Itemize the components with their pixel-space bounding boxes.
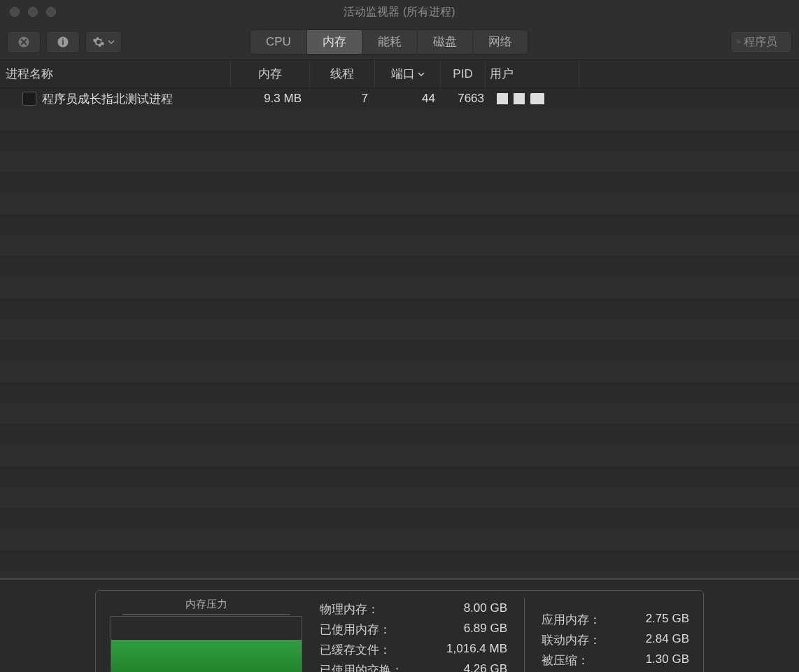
table-row [0,466,799,487]
search-field[interactable] [730,31,792,53]
svg-point-5 [737,40,740,43]
table-row [0,382,799,403]
process-ports: 44 [375,92,441,106]
table-row [0,361,799,382]
table-row [0,214,799,235]
graph-fill [111,641,302,672]
table-row [0,256,799,277]
table-row [0,277,799,298]
stat-label: 已缓存文件： [320,642,391,658]
stat-row: 已缓存文件： 1,016.4 MB [320,642,507,658]
redacted-box [497,93,508,104]
redacted-box [530,93,544,104]
titlebar: 活动监视器 (所有进程) [0,0,799,24]
tab-cpu[interactable]: CPU [250,30,307,54]
chevron-down-icon [108,38,115,46]
chevron-down-icon [418,71,425,78]
stat-label: 物理内存： [320,601,379,617]
memory-pressure-title: 内存压力 [185,598,227,611]
toolbar: i CPU 内存 能耗 磁盘 网络 [0,24,799,60]
tab-disk[interactable]: 磁盘 [418,30,473,54]
memory-stats-left: 物理内存： 8.00 GB 已使用内存： 6.89 GB 已缓存文件： 1,01… [320,598,507,672]
stat-value: 2.84 GB [646,632,689,648]
memory-summary-panel: 内存压力 物理内存： 8.00 GB 已使用内存： 6.89 GB 已缓存文件：… [0,578,799,672]
divider [122,614,290,615]
stat-value: 1,016.4 MB [446,642,507,658]
column-header-ports[interactable]: 端口 [375,60,441,88]
stat-value: 1.30 GB [646,652,689,668]
info-button[interactable]: i [46,31,80,53]
column-header-name[interactable]: 进程名称 [0,60,231,88]
minimize-window-button[interactable] [28,7,38,17]
table-row[interactable]: 程序员成长指北测试进程 9.3 MB 7 44 7663 [0,88,799,109]
table-row [0,403,799,424]
gear-icon [92,36,105,48]
table-row [0,424,799,445]
process-pid: 7663 [441,92,486,106]
table-row [0,193,799,214]
table-row [0,151,799,172]
process-memory: 9.3 MB [231,92,310,106]
redacted-box [514,93,525,104]
tab-network[interactable]: 网络 [473,30,528,54]
process-user [486,93,579,104]
table-row [0,298,799,319]
table-row [0,529,799,550]
column-header-pid[interactable]: PID [441,60,486,88]
stat-row: 物理内存： 8.00 GB [320,601,507,617]
process-threads: 7 [310,92,375,106]
info-icon: i [57,36,69,48]
search-input[interactable] [744,36,786,48]
table-row [0,571,799,578]
stat-label: 应用内存： [542,612,601,628]
table-row [0,109,799,130]
tab-energy[interactable]: 能耗 [362,30,418,54]
column-header-ports-label: 端口 [391,66,415,82]
stop-icon [17,36,30,48]
process-table: 程序员成长指北测试进程 9.3 MB 7 44 7663 [0,88,799,578]
stop-process-button[interactable] [7,31,41,53]
stat-row: 已使用内存： 6.89 GB [320,622,507,638]
table-row [0,319,799,340]
stat-row: 已使用的交换： 4.26 GB [320,662,507,672]
memory-pressure-graph [111,616,302,672]
stat-value: 2.75 GB [646,612,689,628]
table-row [0,487,799,508]
stat-label: 已使用内存： [320,622,391,638]
table-header: 进程名称 内存 线程 端口 PID 用户 [0,60,799,88]
column-header-memory[interactable]: 内存 [231,60,310,88]
table-row [0,172,799,193]
view-tabs: CPU 内存 能耗 磁盘 网络 [250,29,528,55]
window-title: 活动监视器 (所有进程) [0,5,799,20]
table-row [0,235,799,256]
stat-row: 应用内存： 2.75 GB [542,612,689,628]
svg-line-6 [740,42,740,43]
stat-label: 联动内存： [542,632,601,648]
table-row [0,445,799,466]
window-controls [10,7,56,17]
stat-row: 被压缩： 1.30 GB [542,652,689,668]
table-row [0,130,799,151]
memory-stats-right: 应用内存： 2.75 GB 联动内存： 2.84 GB 被压缩： 1.30 GB [524,598,689,672]
stat-label: 被压缩： [542,652,589,668]
tab-memory[interactable]: 内存 [307,30,362,54]
table-row [0,340,799,361]
table-row [0,508,799,529]
svg-text:i: i [62,36,64,46]
options-button[interactable] [85,31,122,53]
process-name: 程序员成长指北测试进程 [42,91,173,107]
graph-line [111,640,302,641]
column-header-user[interactable]: 用户 [486,60,579,88]
close-window-button[interactable] [10,7,20,17]
zoom-window-button[interactable] [46,7,56,17]
stat-label: 已使用的交换： [320,662,403,672]
table-row [0,550,799,571]
stat-value: 8.00 GB [464,601,507,617]
stat-value: 6.89 GB [464,622,507,638]
search-icon [737,36,741,48]
process-icon [22,92,36,106]
stat-value: 4.26 GB [464,662,507,672]
stat-row: 联动内存： 2.84 GB [542,632,689,648]
column-header-threads[interactable]: 线程 [310,60,375,88]
